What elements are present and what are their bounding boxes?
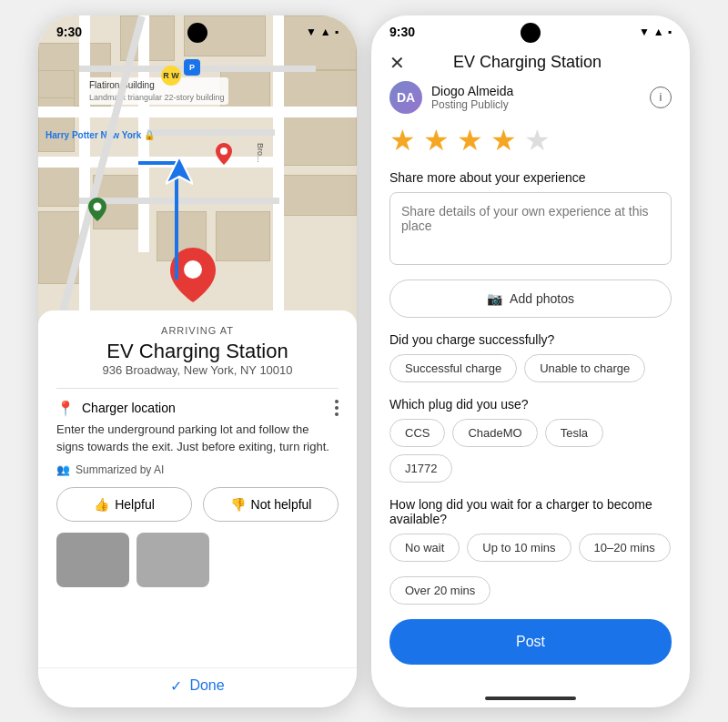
camera-notch-left (187, 23, 207, 43)
share-label: Share more about your experience (389, 170, 672, 185)
more-options-btn[interactable] (335, 400, 339, 416)
user-sub: Posting Publicly (431, 98, 513, 111)
bottom-panel: ARRIVING AT EV Charging Station 936 Broa… (38, 310, 357, 698)
status-bar-left: 9:30 ▼ ▲ ▪ (38, 15, 357, 43)
divider-1 (56, 388, 339, 389)
chademo-chip[interactable]: ChadeMO (452, 419, 537, 447)
camera-notch-right (521, 23, 541, 43)
thumbs-down-icon: 👎 (230, 497, 246, 512)
broadway-label: Bro... (254, 143, 265, 163)
ai-label: Summarized by AI (76, 463, 164, 476)
station-title: EV Charging Station (56, 340, 339, 363)
pin-red-small (216, 143, 232, 168)
building-9 (279, 175, 357, 216)
10min-chip[interactable]: Up to 10 mins (467, 534, 571, 562)
status-time-left: 9:30 (56, 25, 82, 39)
nav-arrow (166, 157, 193, 193)
star-4[interactable]: ★ (490, 123, 517, 158)
pin-green (88, 198, 106, 225)
charge-question: Did you charge successfully? (389, 332, 672, 347)
post-button[interactable]: Post (389, 619, 672, 665)
ccs-chip[interactable]: CCS (389, 419, 445, 447)
status-time-right: 9:30 (389, 25, 415, 39)
user-info: DA Diogo Almeida Posting Publicly (389, 81, 513, 114)
no-wait-chip[interactable]: No wait (389, 534, 460, 562)
user-name: Diogo Almeida (431, 84, 513, 98)
charge-chips: Successful charge Unable to charge (389, 354, 672, 382)
signal-icon-r: ▲ (653, 25, 664, 38)
svg-point-2 (94, 202, 102, 210)
user-details: Diogo Almeida Posting Publicly (431, 84, 513, 111)
wait-question: How long did you wait for a charger to b… (389, 497, 672, 526)
status-icons-left: ▼ ▲ ▪ (306, 25, 339, 38)
building-7 (279, 70, 357, 111)
star-5[interactable]: ★ (524, 123, 551, 158)
camera-icon: 📷 (487, 291, 502, 306)
right-phone: 9:30 ▼ ▲ ▪ ✕ EV Charging Station DA Diog… (371, 15, 690, 707)
add-photos-btn[interactable]: 📷 Add photos (389, 280, 672, 318)
wait-chips-2: Over 20 mins (389, 576, 672, 605)
wifi-icon: ▼ (306, 25, 317, 38)
review-textarea[interactable] (389, 192, 672, 265)
wait-chips: No wait Up to 10 mins 10–20 mins (389, 534, 672, 562)
check-icon: ✓ (170, 677, 182, 695)
wifi-icon-r: ▼ (639, 25, 650, 38)
plug-chips: CCS ChadeMO Tesla J1772 (389, 419, 672, 483)
road-h2b (147, 129, 275, 136)
not-helpful-btn[interactable]: 👎 Not helpful (203, 487, 339, 522)
left-phone: 9:30 ▼ ▲ ▪ (38, 15, 357, 707)
charger-desc: Enter the underground parking lot and fo… (56, 421, 339, 456)
20min-chip[interactable]: 10–20 mins (579, 534, 671, 562)
star-3[interactable]: ★ (457, 123, 483, 158)
action-buttons: 👍 Helpful 👎 Not helpful (56, 487, 339, 522)
user-row: DA Diogo Almeida Posting Publicly i (389, 81, 672, 114)
star-2[interactable]: ★ (423, 123, 450, 158)
add-photos-label: Add photos (510, 291, 574, 306)
close-button[interactable]: ✕ (389, 52, 405, 74)
yellow-badge: R W (161, 66, 181, 86)
charger-left: 📍 Charger location (56, 400, 176, 417)
helpful-btn[interactable]: 👍 Helpful (56, 487, 192, 522)
status-bar-right: 9:30 ▼ ▲ ▪ (371, 15, 690, 43)
arriving-label: ARRIVING AT (56, 325, 339, 336)
photo-thumb-1 (56, 533, 129, 587)
info-button[interactable]: i (650, 86, 672, 108)
road-v3 (273, 15, 284, 325)
station-address: 936 Broadway, New York, NY 10010 (56, 363, 339, 377)
review-title: EV Charging Station (453, 53, 602, 72)
done-bar[interactable]: ✓ Done (38, 667, 357, 707)
star-1[interactable]: ★ (389, 123, 416, 158)
successful-charge-chip[interactable]: Successful charge (389, 354, 517, 382)
stars-row: ★ ★ ★ ★ ★ (389, 123, 672, 158)
pin-icon: 📍 (56, 400, 75, 417)
battery-icon-r: ▪ (668, 25, 672, 38)
building-10 (38, 97, 75, 152)
charger-row: 📍 Charger location (56, 396, 339, 421)
svg-point-1 (220, 147, 228, 155)
road-v1 (79, 15, 90, 325)
svg-point-3 (184, 260, 202, 279)
avatar: DA (389, 81, 422, 114)
unable-charge-chip[interactable]: Unable to charge (524, 354, 645, 382)
review-body: DA Diogo Almeida Posting Publicly i ★ ★ … (371, 81, 690, 691)
map-area: Flatiron Building Landmark triangular 22… (38, 15, 357, 325)
charger-location-label: Charger location (82, 401, 176, 415)
flatiron-label: Flatiron Building Landmark triangular 22… (86, 77, 228, 106)
home-indicator-right (485, 697, 576, 700)
building-15 (216, 211, 270, 261)
plug-question: Which plug did you use? (389, 397, 672, 412)
j1772-chip[interactable]: J1772 (389, 454, 452, 483)
ai-icon: 👥 (56, 463, 70, 476)
road-h2c (79, 198, 279, 204)
harry-potter-label: Harry Potter New York 🔒 (46, 129, 155, 141)
thumbs-up-icon: 👍 (94, 497, 109, 512)
svg-marker-0 (166, 157, 193, 184)
done-label: Done (189, 677, 224, 694)
status-icons-right: ▼ ▲ ▪ (639, 25, 672, 38)
over-20-chip[interactable]: Over 20 mins (389, 576, 490, 605)
photo-thumb-2 (136, 533, 209, 587)
photo-row (56, 533, 339, 587)
signal-icon: ▲ (320, 25, 331, 38)
tesla-chip[interactable]: Tesla (545, 419, 603, 447)
building-8 (279, 116, 357, 166)
